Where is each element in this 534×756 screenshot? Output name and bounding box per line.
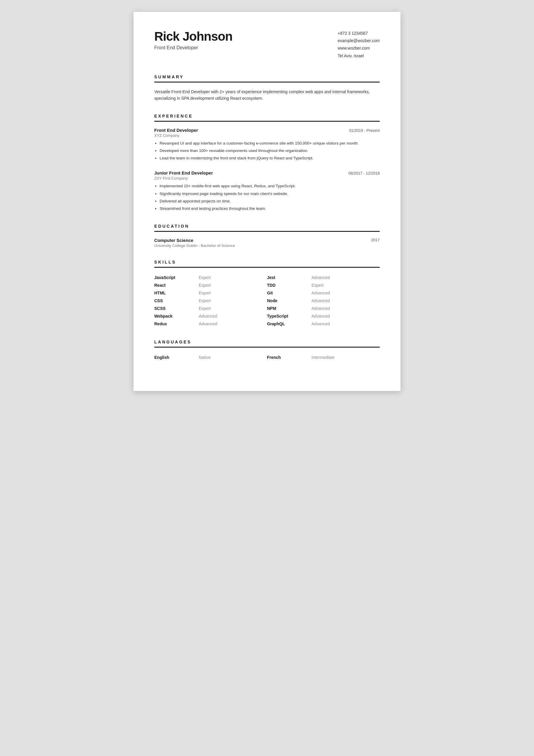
skill-name-webpack: Webpack bbox=[154, 314, 199, 318]
skill-name-node: Node bbox=[267, 298, 312, 303]
skill-level-scss: Expert bbox=[199, 306, 211, 311]
skill-row-javascript: JavaScript Expert bbox=[154, 274, 267, 282]
candidate-title: Front End Developer bbox=[154, 45, 232, 50]
skill-level-typescript: Advanced bbox=[312, 314, 330, 318]
lang-level-french: Intermediate bbox=[312, 355, 335, 360]
header-section: Rick Johnson Front End Developer +972 3 … bbox=[154, 30, 380, 60]
summary-text: Versatile Front-End Developer with 2+ ye… bbox=[154, 89, 380, 102]
company-1: XYZ Company bbox=[154, 133, 380, 138]
skill-level-jest: Advanced bbox=[312, 275, 330, 280]
skill-row-npm: NPM Advanced bbox=[267, 305, 380, 312]
experience-section: EXPERIENCE Front End Developer 01/2019 -… bbox=[154, 114, 380, 212]
experience-item-1: Front End Developer 01/2019 - Present XY… bbox=[154, 128, 380, 162]
languages-grid: English Native French Intermediate bbox=[154, 354, 380, 361]
experience-header-1: Front End Developer 01/2019 - Present bbox=[154, 128, 380, 133]
summary-divider bbox=[154, 82, 380, 83]
candidate-phone: +972 3 1234567 bbox=[338, 30, 380, 37]
candidate-website: www.wozber.com bbox=[338, 44, 380, 52]
skill-name-scss: SCSS bbox=[154, 306, 199, 311]
skill-name-typescript: TypeScript bbox=[267, 314, 312, 318]
skill-level-graphql: Advanced bbox=[312, 321, 330, 326]
skill-name-javascript: JavaScript bbox=[154, 275, 199, 280]
experience-divider bbox=[154, 121, 380, 122]
skill-name-redux: Redux bbox=[154, 321, 199, 326]
skills-right-column: Jest Advanced TDD Expert Git Advanced No… bbox=[267, 274, 380, 328]
skill-name-npm: NPM bbox=[267, 306, 312, 311]
skills-section: SKILLS JavaScript Expert React Expert HT… bbox=[154, 260, 380, 328]
skill-row-webpack: Webpack Advanced bbox=[154, 312, 267, 320]
bullets-2: Implemented 10+ mobile-first web apps us… bbox=[154, 183, 380, 212]
skill-row-graphql: GraphQL Advanced bbox=[267, 320, 380, 328]
job-date-2: 08/2017 - 12/2018 bbox=[348, 171, 380, 176]
education-title: EDUCATION bbox=[154, 224, 380, 229]
skill-level-html: Expert bbox=[199, 291, 211, 295]
education-divider bbox=[154, 231, 380, 232]
skill-name-git: Git bbox=[267, 291, 312, 295]
skill-row-react: React Expert bbox=[154, 282, 267, 289]
skill-row-scss: SCSS Expert bbox=[154, 305, 267, 312]
skills-title: SKILLS bbox=[154, 260, 380, 264]
skill-row-jest: Jest Advanced bbox=[267, 274, 380, 282]
lang-level-english: Native bbox=[199, 355, 211, 360]
skill-level-javascript: Expert bbox=[199, 275, 211, 280]
languages-section: LANGUAGES English Native French Intermed… bbox=[154, 339, 380, 361]
header-right: +972 3 1234567 example@wozber.com www.wo… bbox=[338, 30, 380, 60]
bullet-1-3: Lead the team in modernizing the front e… bbox=[160, 155, 380, 161]
skill-level-react: Expert bbox=[199, 283, 211, 288]
languages-title: LANGUAGES bbox=[154, 339, 380, 344]
edu-degree-1: Computer Science bbox=[154, 238, 235, 243]
languages-divider bbox=[154, 347, 380, 348]
skill-name-react: React bbox=[154, 283, 199, 288]
education-section: EDUCATION Computer Science University Co… bbox=[154, 224, 380, 248]
summary-section: SUMMARY Versatile Front-End Developer wi… bbox=[154, 74, 380, 102]
skill-level-css: Expert bbox=[199, 298, 211, 303]
skill-level-node: Advanced bbox=[312, 298, 330, 303]
skill-row-git: Git Advanced bbox=[267, 289, 380, 297]
skill-row-redux: Redux Advanced bbox=[154, 320, 267, 328]
lang-name-french: French bbox=[267, 355, 312, 360]
skills-divider bbox=[154, 267, 380, 268]
experience-item-2: Junior Front End Developer 08/2017 - 12/… bbox=[154, 170, 380, 212]
skill-row-html: HTML Expert bbox=[154, 289, 267, 297]
bullet-2-4: Streamlined front end testing practices … bbox=[160, 205, 380, 212]
lang-row-french: French Intermediate bbox=[267, 354, 380, 361]
skills-grid: JavaScript Expert React Expert HTML Expe… bbox=[154, 274, 380, 328]
skill-level-tdd: Expert bbox=[312, 283, 323, 288]
bullets-1: Revamped UI and app interface for a cust… bbox=[154, 140, 380, 162]
candidate-name: Rick Johnson bbox=[154, 30, 232, 43]
education-item-1: Computer Science University College Dubl… bbox=[154, 238, 380, 248]
bullet-1-1: Revamped UI and app interface for a cust… bbox=[160, 140, 380, 147]
header-left: Rick Johnson Front End Developer bbox=[154, 30, 232, 50]
lang-name-english: English bbox=[154, 355, 199, 360]
lang-row-english: English Native bbox=[154, 354, 267, 361]
resume-page: Rick Johnson Front End Developer +972 3 … bbox=[134, 12, 400, 391]
skill-row-node: Node Advanced bbox=[267, 297, 380, 305]
skill-level-redux: Advanced bbox=[199, 321, 217, 326]
bullet-1-2: Developed more than 100+ reusable compon… bbox=[160, 148, 380, 154]
summary-title: SUMMARY bbox=[154, 74, 380, 79]
experience-title: EXPERIENCE bbox=[154, 114, 380, 119]
bullet-2-2: Significantly improved page loading spee… bbox=[160, 191, 380, 197]
experience-header-2: Junior Front End Developer 08/2017 - 12/… bbox=[154, 170, 380, 176]
job-title-2: Junior Front End Developer bbox=[154, 170, 213, 176]
skill-row-typescript: TypeScript Advanced bbox=[267, 312, 380, 320]
skill-level-npm: Advanced bbox=[312, 306, 330, 311]
job-date-1: 01/2019 - Present bbox=[349, 128, 380, 133]
skill-level-git: Advanced bbox=[312, 291, 330, 295]
edu-school-1: University College Dublin - Bachelor of … bbox=[154, 243, 235, 248]
edu-left-1: Computer Science University College Dubl… bbox=[154, 238, 235, 248]
skills-left-column: JavaScript Expert React Expert HTML Expe… bbox=[154, 274, 267, 328]
skill-name-graphql: GraphQL bbox=[267, 321, 312, 326]
skill-name-css: CSS bbox=[154, 298, 199, 303]
skill-name-tdd: TDD bbox=[267, 283, 312, 288]
edu-year-1: 2017 bbox=[371, 238, 380, 242]
bullet-2-3: Delivered all appointed projects on time… bbox=[160, 198, 380, 204]
job-title-1: Front End Developer bbox=[154, 128, 198, 133]
skill-row-tdd: TDD Expert bbox=[267, 282, 380, 289]
skill-name-jest: Jest bbox=[267, 275, 312, 280]
candidate-email: example@wozber.com bbox=[338, 37, 380, 44]
skill-row-css: CSS Expert bbox=[154, 297, 267, 305]
company-2: ZXY First Company bbox=[154, 176, 380, 180]
candidate-location: Tel Aviv, Israel bbox=[338, 52, 380, 60]
bullet-2-1: Implemented 10+ mobile-first web apps us… bbox=[160, 183, 380, 189]
